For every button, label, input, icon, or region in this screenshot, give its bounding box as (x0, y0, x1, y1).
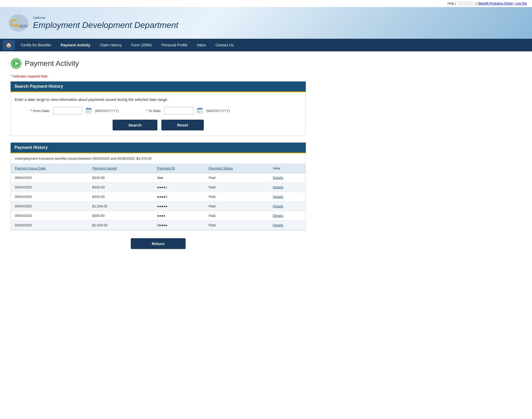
benefit-programs-link[interactable]: Benefit Programs Online (478, 2, 513, 5)
cell-payment-id: ●●●●● (153, 202, 205, 211)
cell-amount: $334.00 (88, 173, 153, 183)
cell-date: 05/04/2020 (11, 221, 88, 230)
cell-view[interactable]: Details (269, 173, 306, 183)
nav-form-1099g[interactable]: Form 1099G (127, 40, 157, 50)
date-range-row: * From Date: (MM/DD/YYYY) * T (15, 107, 302, 114)
cell-date: 05/04/2020 (11, 183, 88, 192)
history-section: Unemployment Insurance benefits issued b… (11, 153, 306, 230)
nav-bar: 🏠 Certify for Benefits Payment Activity … (0, 39, 532, 51)
svg-rect-14 (87, 111, 88, 111)
col-payment-id: Payment ID (153, 164, 205, 173)
from-date-input[interactable] (53, 107, 82, 114)
to-date-input[interactable] (165, 107, 194, 114)
top-links-bar: Help ( ) | Benefit Programs Online | Log… (0, 0, 532, 7)
help-close-paren: ) (475, 2, 476, 5)
dept-name: Employment Development Department (33, 20, 178, 30)
col-view: View (269, 164, 306, 173)
svg-rect-24 (198, 111, 199, 111)
svg-rect-11 (87, 108, 88, 109)
svg-rect-15 (88, 111, 89, 111)
cell-payment-id: 3●● (153, 173, 205, 183)
search-form-area: Enter a date range to view information a… (11, 92, 306, 136)
history-description: Unemployment Insurance benefits issued b… (11, 153, 306, 164)
svg-rect-16 (89, 111, 90, 111)
col-amount-link[interactable]: Payment Issued (92, 166, 117, 170)
search-description: Enter a date range to view information a… (15, 98, 302, 102)
required-note: * Indicates required field (11, 74, 306, 78)
cell-view[interactable]: Details (269, 192, 306, 202)
table-row: 05/04/2020$1,534.003●●●●PaidDetails (11, 221, 306, 230)
from-date-label: * From Date: (31, 109, 50, 113)
nav-certify[interactable]: Certify for Benefits (16, 40, 56, 50)
cell-amount: $334.00 (88, 192, 153, 202)
payment-history-table: Payment Issue Date Payment Issued Paymen… (11, 164, 306, 230)
nav-inbox[interactable]: Inbox (192, 40, 211, 50)
cell-amount: $300.00 (88, 211, 153, 221)
cell-date: 05/04/2020 (11, 192, 88, 202)
svg-rect-17 (87, 112, 88, 112)
logo-area: C A · GOV California Employment Developm… (8, 14, 178, 32)
svg-text:GOV: GOV (20, 24, 28, 28)
logout-link[interactable]: Log Out (515, 2, 527, 5)
cell-status: Paid (205, 202, 269, 211)
cell-view[interactable]: Details (269, 211, 306, 221)
svg-rect-26 (201, 111, 201, 111)
to-required-asterisk: * (146, 109, 148, 113)
cell-status: Paid (205, 192, 269, 202)
cell-status: Paid (205, 221, 269, 230)
page-title: Payment Activity (25, 59, 79, 68)
return-button[interactable]: Return (131, 238, 186, 249)
cell-amount: $334.00 (88, 183, 153, 192)
nav-payment-activity[interactable]: Payment Activity (56, 40, 95, 50)
table-row: 05/04/2020$334.003●●PaidDetails (11, 173, 306, 183)
svg-rect-12 (89, 108, 90, 109)
help-label: Help ( (448, 2, 456, 5)
cell-status: Paid (205, 211, 269, 221)
help-phone (458, 1, 474, 6)
table-header-row: Payment Issue Date Payment Issued Paymen… (11, 164, 306, 173)
col-issue-date: Payment Issue Date (11, 164, 88, 173)
table-row: 05/04/2020$300.00●●●●PaidDetails (11, 211, 306, 221)
from-date-format: (MM/DD/YYYY) (95, 109, 119, 113)
to-date-format: (MM/DD/YYYY) (206, 109, 230, 113)
col-issue-date-link[interactable]: Payment Issue Date (15, 166, 46, 170)
svg-rect-22 (201, 108, 201, 109)
from-date-calendar-icon[interactable] (85, 108, 92, 114)
search-button[interactable]: Search (113, 120, 157, 130)
nav-home[interactable]: 🏠 (3, 40, 15, 50)
col-status-link[interactable]: Payment Status (209, 166, 233, 170)
cell-payment-id: ●●●● (153, 211, 205, 221)
col-payment-id-link[interactable]: Payment ID (157, 166, 175, 170)
cell-date: 05/04/2020 (11, 173, 88, 183)
nav-contact-us[interactable]: Contact Us (211, 40, 238, 50)
cell-payment-id: 3●●●● (153, 221, 205, 230)
to-date-label: * To Date: (146, 109, 161, 113)
cell-view[interactable]: Details (269, 202, 306, 211)
cell-view[interactable]: Details (269, 221, 306, 230)
svg-rect-21 (198, 108, 199, 109)
nav-claim-history[interactable]: Claim History (95, 40, 126, 50)
svg-rect-18 (88, 112, 89, 112)
return-row: Return (11, 238, 306, 249)
cell-payment-id: ●●●●3 (153, 192, 205, 202)
col-status: Payment Status (205, 164, 269, 173)
to-date-calendar-icon[interactable] (197, 108, 203, 114)
svg-rect-25 (199, 111, 200, 111)
california-label: California (33, 16, 178, 19)
reset-button[interactable]: Reset (161, 120, 204, 130)
cell-view[interactable]: Details (269, 183, 306, 192)
header-bar: C A · GOV California Employment Developm… (0, 7, 532, 39)
svg-rect-27 (198, 112, 199, 112)
table-row: 05/04/2020$1,534.00●●●●●PaidDetails (11, 202, 306, 211)
col-amount: Payment Issued (88, 164, 153, 173)
table-row: 05/04/2020$334.00●●●●3PaidDetails (11, 192, 306, 202)
cell-amount: $1,534.00 (88, 202, 153, 211)
svg-text:A: A (15, 23, 19, 28)
svg-rect-28 (199, 112, 200, 112)
page-title-icon (11, 58, 22, 69)
table-row: 05/04/2020$334.00●●●●1PaidDetails (11, 183, 306, 192)
nav-personal-profile[interactable]: Personal Profile (157, 40, 192, 50)
from-required-asterisk: * (31, 109, 32, 113)
cell-status: Paid (205, 173, 269, 183)
required-asterisk: * (11, 74, 12, 78)
